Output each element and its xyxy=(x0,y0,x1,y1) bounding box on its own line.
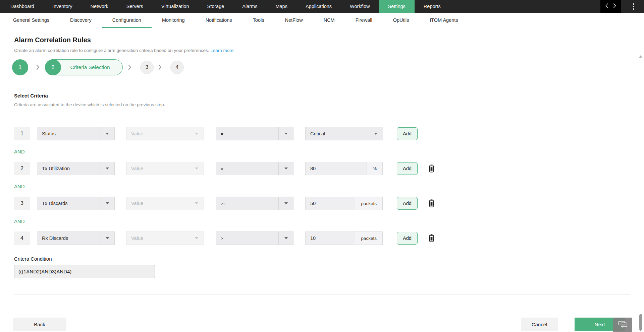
and-connector: AND xyxy=(14,149,25,154)
chevron-down-icon xyxy=(189,197,204,210)
tab-discovery[interactable]: Discovery xyxy=(60,13,102,28)
operator-select[interactable]: = xyxy=(216,127,293,140)
criteria-index: 2 xyxy=(14,162,30,175)
criteria-row-4: 4 Rx Discards Value >= 10 packets Add xyxy=(0,231,644,245)
chevron-down-icon xyxy=(278,162,293,175)
value-select-disabled: Value xyxy=(126,197,204,210)
field-select[interactable]: Tx Utilization xyxy=(37,162,115,175)
chevron-down-icon xyxy=(368,127,383,140)
chevron-down-icon xyxy=(100,197,114,210)
nav-virtualization[interactable]: Virtualization xyxy=(152,0,198,13)
feedback-widget-button[interactable] xyxy=(613,318,632,332)
nav-spacer xyxy=(450,0,600,13)
scrollbar-up-arrow[interactable] xyxy=(639,55,642,58)
nav-servers[interactable]: Servers xyxy=(117,0,152,13)
nav-network[interactable]: Network xyxy=(82,0,117,13)
add-criteria-button[interactable]: Add xyxy=(397,197,418,210)
field-select[interactable]: Status xyxy=(37,127,115,140)
and-connector: AND xyxy=(14,218,25,224)
chat-bubbles-icon xyxy=(618,320,628,329)
tab-oputils[interactable]: OpUtils xyxy=(383,13,420,28)
learn-more-link[interactable]: Learn more xyxy=(210,48,233,53)
nav-inventory[interactable]: Inventory xyxy=(43,0,82,13)
cancel-button[interactable]: Cancel xyxy=(521,318,558,331)
chevron-right-icon[interactable] xyxy=(613,3,616,10)
nav-dashboard[interactable]: Dashboard xyxy=(1,0,43,13)
chevron-down-icon xyxy=(278,197,293,210)
nav-reports[interactable]: Reports xyxy=(415,0,450,13)
settings-tabbar: General Settings Discovery Configuration… xyxy=(0,13,644,28)
nav-maps[interactable]: Maps xyxy=(266,0,296,13)
step-chevron-icon xyxy=(128,64,131,72)
operator-select[interactable]: >= xyxy=(216,231,293,245)
field-select[interactable]: Rx Discards xyxy=(37,231,115,245)
nav-pager xyxy=(600,0,621,13)
severity-select[interactable]: Critical xyxy=(305,127,383,140)
section-title: Select Criteria xyxy=(14,93,48,98)
threshold-input[interactable]: 80 % xyxy=(305,162,383,175)
threshold-input[interactable]: 50 packets xyxy=(305,197,383,210)
field-select[interactable]: Tx Discards xyxy=(37,197,115,210)
criteria-row-1: 1 Status Value = Critical Add xyxy=(0,127,644,141)
wizard-step-2-number: 2 xyxy=(45,59,61,75)
chevron-down-icon xyxy=(100,162,114,175)
criteria-condition-input[interactable]: (((1AND2)AND3)AND4) xyxy=(14,265,155,278)
chevron-down-icon xyxy=(189,232,204,245)
and-connector: AND xyxy=(14,184,25,189)
section-description: Criteria are associated to the device wh… xyxy=(14,102,165,107)
threshold-input[interactable]: 10 packets xyxy=(305,231,383,245)
criteria-index: 3 xyxy=(14,197,30,210)
nav-applications[interactable]: Applications xyxy=(297,0,341,13)
nav-storage[interactable]: Storage xyxy=(198,0,233,13)
operator-select[interactable]: >= xyxy=(216,197,293,210)
add-criteria-button[interactable]: Add xyxy=(397,162,418,175)
criteria-index: 4 xyxy=(14,231,30,245)
divider xyxy=(14,294,630,295)
nav-workflow[interactable]: Workflow xyxy=(341,0,379,13)
nav-settings[interactable]: Settings xyxy=(379,0,414,13)
active-tab-underline xyxy=(102,27,152,28)
add-criteria-button[interactable]: Add xyxy=(397,127,418,140)
unit-suffix: % xyxy=(367,162,383,175)
criteria-row-2: 2 Tx Utilization Value = 80 % Add xyxy=(0,162,644,176)
chevron-left-icon[interactable] xyxy=(605,3,608,10)
criteria-index: 1 xyxy=(14,127,30,140)
chevron-down-icon xyxy=(100,232,114,245)
tab-tools[interactable]: Tools xyxy=(243,13,275,28)
criteria-row-3: 3 Tx Discards Value >= 50 packets Add xyxy=(0,197,644,210)
trash-icon[interactable] xyxy=(427,163,436,175)
chevron-down-icon xyxy=(278,232,293,245)
tab-notifications[interactable]: Notifications xyxy=(195,13,243,28)
wizard-step-1[interactable]: 1 xyxy=(12,59,28,75)
tab-netflow[interactable]: NetFlow xyxy=(274,13,313,28)
chevron-down-icon xyxy=(100,127,114,140)
page-title: Alarm Correlation Rules xyxy=(14,36,91,44)
kebab-menu-icon[interactable] xyxy=(631,0,637,13)
tab-firewall[interactable]: Firewall xyxy=(345,13,383,28)
nav-alarms[interactable]: Alarms xyxy=(233,0,266,13)
step-chevron-icon xyxy=(158,64,162,72)
unit-suffix: packets xyxy=(355,197,383,210)
criteria-condition-label: Critera Condition xyxy=(14,256,52,262)
value-select-disabled: Value xyxy=(126,231,204,245)
tab-ncm[interactable]: NCM xyxy=(313,13,345,28)
value-select-disabled: Value xyxy=(126,162,204,175)
page-subtitle: Create an alarm correlation rule to conf… xyxy=(14,48,233,53)
wizard-step-4[interactable]: 4 xyxy=(170,61,184,74)
trash-icon[interactable] xyxy=(427,233,436,244)
scrollbar-down-arrow[interactable] xyxy=(639,329,642,331)
scrollbar-thumb[interactable] xyxy=(639,314,642,329)
tab-itom-agents[interactable]: ITOM Agents xyxy=(419,13,468,28)
back-button[interactable]: Back xyxy=(13,318,66,331)
chevron-down-icon xyxy=(189,127,204,140)
tab-general-settings[interactable]: General Settings xyxy=(3,13,60,28)
tab-monitoring[interactable]: Monitoring xyxy=(152,13,195,28)
add-criteria-button[interactable]: Add xyxy=(397,232,418,245)
step-chevron-icon xyxy=(36,64,40,72)
tab-configuration[interactable]: Configuration xyxy=(102,13,152,28)
trash-icon[interactable] xyxy=(427,198,436,209)
chevron-down-icon xyxy=(278,127,293,140)
operator-select[interactable]: = xyxy=(216,162,293,175)
wizard-step-3[interactable]: 3 xyxy=(140,61,154,74)
wizard-step-2-active[interactable]: 2 Criteria Selection xyxy=(45,59,123,75)
